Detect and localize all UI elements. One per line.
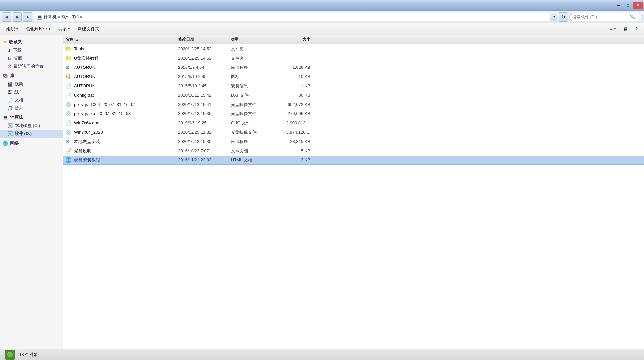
new-folder-label: 新建文件夹 <box>78 26 99 32</box>
help-button[interactable]: ? <box>632 24 641 34</box>
include-in-library-button[interactable]: 包含到库中 ▾ <box>22 24 54 34</box>
file-name: pe_yqs_xp_20_07_31_15_53 <box>74 111 178 116</box>
breadcrumb-sep1: ▶ <box>58 15 61 19</box>
status-count: 13 个对象 <box>19 352 38 358</box>
file-date: 2020/12/25 11:32 <box>178 130 231 135</box>
file-type: 图标 <box>231 74 277 80</box>
search-input[interactable] <box>572 15 628 19</box>
breadcrumb-drive-d[interactable]: 软件 (D:) <box>62 14 79 20</box>
table-row[interactable]: 🌐硬盘安装教程2016/11/21 22:03HTML 文档3 KB <box>63 156 644 165</box>
file-type: 文件夹 <box>231 46 277 52</box>
table-row[interactable]: 💿pe_yqs_xp_20_07_31_15_532020/10/12 15:3… <box>63 109 644 118</box>
maximize-button[interactable]: □ <box>623 2 633 9</box>
table-row[interactable]: 📄AUTORUN2015/5/10 2:45安装信息1 KB <box>63 81 644 91</box>
sidebar-item-recent[interactable]: ⏱ 最近访问的位置 <box>0 62 63 70</box>
share-button[interactable]: 共享 ▾ <box>55 24 73 34</box>
status-icon: 🟢 <box>4 349 16 360</box>
file-date: 2020/10/12 15:41 <box>178 102 231 107</box>
search-icon[interactable]: 🔍 <box>630 14 635 19</box>
sidebar-item-video[interactable]: 🎬 视频 <box>0 80 63 88</box>
sidebar-item-desktop[interactable]: 🖥 桌面 <box>0 54 63 62</box>
file-name: 本地硬盘安装 <box>74 139 178 145</box>
drive-d-label: 软件 (D:) <box>15 131 32 137</box>
organize-chevron: ▾ <box>16 27 18 31</box>
back-button[interactable]: ◀ <box>2 12 11 22</box>
address-bar: ◀ ▶ ▲ 💻 计算机 ▶ 软件 (D:) ▶ ▾ ↻ 🔍 <box>0 11 644 23</box>
favorites-label: 收藏夹 <box>9 39 22 45</box>
sidebar-item-image[interactable]: 🖼 图片 <box>0 88 63 96</box>
col-header-size[interactable]: 大小 <box>277 37 317 42</box>
sidebar-item-drive-c[interactable]: 💽 本地磁盘 (C:) <box>0 122 63 130</box>
desktop-label: 桌面 <box>14 55 22 61</box>
favorites-icon: ★ <box>3 39 7 45</box>
sidebar-item-drive-d[interactable]: 💽 软件 (D:) <box>0 130 63 138</box>
file-date: 2016/1/8 4:54 <box>178 65 231 70</box>
col-header-name[interactable]: 名称 ▲ <box>65 37 178 42</box>
table-row[interactable]: 💿Win7x64_20202020/12/25 11:32光盘映像文件3,874… <box>63 128 644 137</box>
minimize-button[interactable]: ─ <box>614 2 623 9</box>
file-date: 2015/5/10 2:45 <box>178 83 231 88</box>
table-row[interactable]: 💿pe_yqs_1064_20_07_31_16_042020/10/12 15… <box>63 100 644 109</box>
file-size: 652,072 KB <box>277 102 317 107</box>
close-button[interactable]: ✕ <box>633 2 643 9</box>
file-icon: 📄 <box>65 92 72 98</box>
file-icon: 📄 <box>65 120 72 126</box>
table-row[interactable]: 📁Tools2020/12/25 14:52文件夹 <box>63 44 644 54</box>
doc-icon: 📄 <box>7 98 13 103</box>
file-icon: ⚙ <box>65 139 72 145</box>
forward-button[interactable]: ▶ <box>13 12 22 22</box>
new-folder-button[interactable]: 新建文件夹 <box>74 24 103 34</box>
refresh-button[interactable]: ↻ <box>559 12 568 22</box>
file-name: Win7x64.gho <box>74 120 178 125</box>
breadcrumb-computer[interactable]: 计算机 <box>44 14 57 20</box>
sidebar-item-download[interactable]: ⬇ 下载 <box>0 46 63 54</box>
table-row[interactable]: 🖼AUTORUN2015/5/10 2:45图标10 KB <box>63 72 644 81</box>
sidebar-network-header[interactable]: 🌐 网络 <box>0 139 63 148</box>
sidebar-item-music[interactable]: 🎵 音乐 <box>0 104 63 112</box>
file-date: 2016/10/23 7:07 <box>178 148 231 153</box>
network-icon: 🌐 <box>3 141 8 146</box>
file-type: 光盘映像文件 <box>231 111 277 117</box>
sidebar-favorites-header[interactable]: ★ 收藏夹 <box>0 38 63 46</box>
col-header-date[interactable]: 修改日期 <box>178 37 231 42</box>
file-size: 3 KB <box>277 158 317 162</box>
file-name: Config.dat <box>74 93 178 98</box>
table-row[interactable]: 📄Config.dat2020/10/12 15:42DAT 文件36 KB <box>63 91 644 100</box>
image-icon: 🖼 <box>7 90 12 95</box>
dropdown-button[interactable]: ▾ <box>551 13 557 21</box>
table-row[interactable]: 📄Win7x64.gho2019/9/7 19:25GHO 文件2,900,81… <box>63 118 644 128</box>
file-area[interactable]: 名称 ▲ 修改日期 类型 大小 📁Tools2020/12/25 14:52文件… <box>63 35 644 349</box>
file-icon: 📝 <box>65 148 72 154</box>
file-type: 安装信息 <box>231 83 277 89</box>
file-type: GHO 文件 <box>231 120 277 126</box>
breadcrumb[interactable]: 💻 计算机 ▶ 软件 (D:) ▶ <box>34 13 549 21</box>
sidebar-computer-header[interactable]: 💻 计算机 <box>0 113 63 122</box>
file-type: DAT 文件 <box>231 92 277 98</box>
table-row[interactable]: ⚙AUTORUN2016/1/8 4:54应用程序1,926 KB <box>63 63 644 72</box>
table-row[interactable]: 📁U盘安装教程2020/12/25 14:52文件夹 <box>63 54 644 63</box>
file-name: Win7x64_2020 <box>74 130 178 135</box>
file-icon: 💿 <box>65 102 72 108</box>
file-type: 光盘映像文件 <box>231 102 277 108</box>
sidebar-library-header[interactable]: 📚 库 <box>0 71 63 80</box>
file-size: 5 KB <box>277 148 317 153</box>
preview-pane-button[interactable]: ▦ <box>620 24 631 34</box>
image-label: 图片 <box>14 89 22 95</box>
view-icon: ≡ <box>610 26 613 31</box>
file-size: 10 KB <box>277 74 317 79</box>
computer-header-icon: 💻 <box>3 115 8 120</box>
preview-icon: ▦ <box>623 26 627 31</box>
organize-button[interactable]: 组织 ▾ <box>3 24 21 34</box>
col-header-type[interactable]: 类型 <box>231 37 277 42</box>
sidebar-item-doc[interactable]: 📄 文档 <box>0 96 63 104</box>
sidebar-section-network: 🌐 网络 <box>0 139 63 148</box>
up-button[interactable]: ▲ <box>23 12 32 22</box>
view-toggle-button[interactable]: ≡ ▾ <box>606 24 619 34</box>
search-bar[interactable]: 🔍 <box>569 13 642 21</box>
table-row[interactable]: ⚙本地硬盘安装2020/10/12 15:30应用程序28,315 KB <box>63 137 644 146</box>
file-icon: 💿 <box>65 129 72 135</box>
file-name: AUTORUN <box>74 83 178 88</box>
table-row[interactable]: 📝光盘说明2016/10/23 7:07文本文档5 KB <box>63 146 644 156</box>
library-icon: 📚 <box>3 73 8 78</box>
file-size: 36 KB <box>277 93 317 98</box>
